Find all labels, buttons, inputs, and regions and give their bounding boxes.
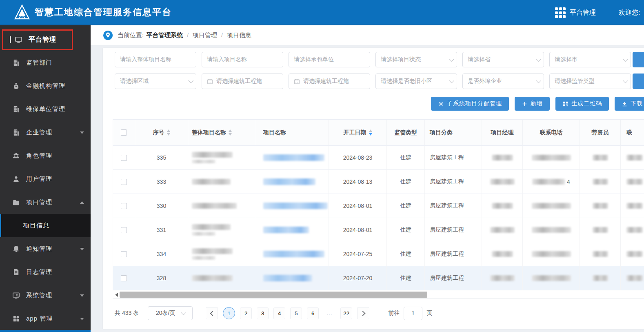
overall-project-name-cell — [188, 146, 256, 170]
page-button[interactable]: 2 — [240, 307, 252, 319]
filter-text[interactable]: 请输入项目名称 — [202, 52, 283, 67]
select-all-checkbox[interactable] — [121, 129, 127, 136]
redacted-manager-name — [490, 227, 515, 233]
start-date-value: 2024-07-20 — [343, 275, 373, 281]
supervision-type-value: 住建 — [400, 154, 411, 161]
redacted-project-name-link[interactable] — [263, 178, 315, 185]
column-header-label: 开工日期 — [344, 129, 366, 136]
page-size-select[interactable]: 20条/页 — [148, 306, 193, 320]
redacted-project-name-link[interactable] — [263, 154, 324, 161]
collapse-indicator — [10, 36, 11, 43]
subsystem-project-assign-button[interactable]: 子系统项目分配管理 — [431, 97, 509, 111]
redacted-text-block — [192, 203, 237, 209]
download-button[interactable]: 下载 — [615, 97, 644, 111]
filter-select[interactable]: 是否外埠企业 — [462, 74, 544, 89]
building-icon — [12, 129, 20, 136]
labor-officer-cell — [580, 266, 621, 290]
filter-select[interactable]: 请选择监管类型 — [549, 74, 631, 89]
qrcode-icon — [562, 101, 568, 107]
prev-page-button[interactable] — [206, 307, 218, 319]
sidebar-item[interactable]: 平台管理 — [2, 29, 73, 50]
column-header[interactable]: 整体项目名称 — [188, 120, 256, 146]
redacted-manager-name — [490, 179, 515, 185]
page-button[interactable]: 4 — [273, 307, 285, 319]
sidebar-item[interactable]: app 管理 — [0, 307, 91, 330]
row-checkbox[interactable] — [121, 275, 127, 281]
sidebar-item[interactable]: 日志管理 — [0, 261, 91, 284]
labor-phone-cell — [621, 242, 644, 266]
redacted-project-name-link[interactable] — [263, 251, 324, 257]
page-button[interactable]: 3 — [257, 307, 269, 319]
sidebar-item[interactable]: 金融机构管理 — [0, 74, 91, 98]
row-checkbox[interactable] — [121, 251, 127, 257]
row-checkbox[interactable] — [121, 227, 127, 233]
sort-asc-icon[interactable] — [167, 129, 170, 132]
filter-text[interactable]: 请选择承包单位 — [289, 52, 370, 67]
platform-nav-label[interactable]: 平台管理 — [570, 9, 596, 17]
supervision-type-cell: 住建 — [387, 266, 425, 290]
next-page-button[interactable] — [357, 307, 369, 319]
row-checkbox[interactable] — [121, 155, 127, 161]
row-checkbox[interactable] — [121, 179, 127, 185]
row-checkbox[interactable] — [121, 203, 127, 209]
filter-text[interactable]: 请输入整体项目名称 — [115, 52, 196, 67]
chevron-left-icon — [210, 311, 215, 316]
generate-qrcode-button[interactable]: 生成二维码 — [555, 97, 609, 111]
reset-button-partial[interactable] — [633, 74, 644, 89]
redacted-labor-phone — [626, 227, 643, 233]
redacted-labor-officer — [593, 227, 608, 233]
sidebar-item[interactable]: 企业管理 — [0, 121, 91, 144]
filter-select[interactable]: 请选择项目状态 — [375, 52, 457, 67]
redacted-labor-officer — [593, 275, 608, 281]
project-category-cell: 房屋建筑工程 — [425, 218, 482, 242]
sidebar-item[interactable]: 用户管理 — [0, 167, 91, 191]
sort-asc-icon[interactable] — [369, 129, 372, 132]
seq-cell: 334 — [135, 242, 188, 266]
sidebar-item[interactable]: 项目管理 — [0, 191, 91, 214]
sort-asc-icon[interactable] — [229, 129, 232, 132]
top-header: 智慧工地综合管理服务信息平台 平台管理 欢迎您: — [0, 0, 644, 25]
column-header[interactable]: 开工日期 — [329, 120, 387, 146]
page-button[interactable]: 6 — [307, 307, 319, 319]
sidebar-subitem-project-info[interactable]: 项目信息 — [0, 214, 91, 237]
filter-select[interactable]: 请选择省 — [462, 52, 544, 67]
scroll-left-arrow-icon[interactable] — [115, 293, 118, 297]
plus-icon — [522, 101, 528, 107]
filter-placeholder: 请选择是否老旧小区 — [381, 78, 446, 85]
redacted-project-name-link[interactable] — [263, 227, 309, 233]
page-button[interactable]: 1 — [223, 307, 235, 319]
sort-desc-icon[interactable] — [167, 133, 170, 136]
sidebar-item[interactable]: 监管部门 — [0, 51, 91, 74]
filter-select[interactable]: 请选择市 — [549, 52, 631, 67]
horizontal-scrollbar[interactable] — [113, 291, 644, 299]
page-button[interactable]: 5 — [290, 307, 302, 319]
filter-select[interactable]: 请选择区域 — [115, 74, 196, 89]
sidebar-item[interactable]: 维保单位管理 — [0, 98, 91, 121]
add-new-button[interactable]: 新增 — [515, 97, 550, 111]
filter-select[interactable]: 请选择是否老旧小区 — [375, 74, 457, 89]
filter-date[interactable]: 请选择建筑工程施 — [202, 74, 283, 89]
redacted-project-name-link[interactable] — [263, 275, 312, 281]
sidebar-item[interactable]: 通知管理 — [0, 237, 91, 261]
filter-date[interactable]: 请选择建筑工程施 — [289, 74, 370, 89]
sort-desc-icon[interactable] — [229, 133, 232, 136]
sidebar-item[interactable]: 系统管理 — [0, 284, 91, 307]
sidebar-item[interactable]: 角色管理 — [0, 144, 91, 167]
redacted-labor-officer — [593, 155, 608, 160]
breadcrumb-root[interactable]: 平台管理系统 — [146, 31, 183, 39]
apps-grid-icon[interactable] — [555, 7, 566, 18]
breadcrumb-separator: / — [187, 32, 189, 38]
table-body: 3352024-08-23住建房屋建筑工程3332024-08-13住建房屋建筑… — [113, 146, 644, 290]
redacted-project-name-link[interactable] — [263, 203, 328, 209]
goto-page-input[interactable] — [404, 307, 422, 320]
action-label: 生成二维码 — [571, 100, 602, 107]
sort-desc-icon[interactable] — [369, 133, 372, 136]
scrollbar-thumb[interactable] — [120, 292, 427, 298]
sort-icons — [167, 129, 170, 136]
project-name-cell — [256, 194, 329, 218]
chevron-down-icon — [623, 78, 628, 83]
column-header[interactable]: 序号 — [135, 120, 188, 146]
page-button[interactable]: 22 — [340, 307, 352, 319]
search-button-partial[interactable] — [633, 52, 644, 67]
breadcrumb-item-project-mgmt[interactable]: 项目管理 — [193, 31, 217, 39]
